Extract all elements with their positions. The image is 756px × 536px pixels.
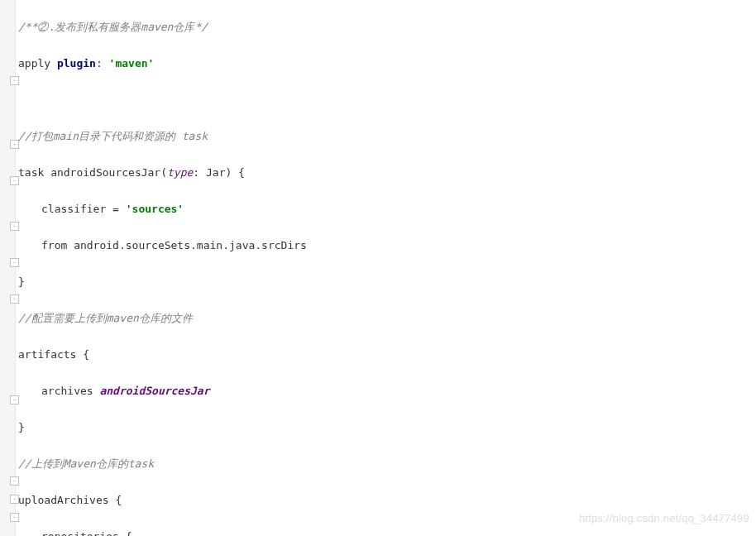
watermark: https://blog.csdn.net/qq_34477499 bbox=[579, 512, 749, 524]
code-keyword: plugin bbox=[57, 57, 96, 69]
code-text: uploadArchives { bbox=[18, 494, 122, 506]
code-text: archives bbox=[41, 385, 99, 397]
code-text: task androidSourcesJar( bbox=[18, 166, 167, 179]
code-param: type bbox=[167, 166, 193, 179]
code-text: : Jar) { bbox=[193, 166, 245, 179]
code-comment: /**②.发布到私有服务器maven仓库*/ bbox=[18, 21, 208, 33]
gutter: - - - - - - - - - - bbox=[0, 0, 16, 536]
code-text: repositories { bbox=[41, 530, 132, 536]
code-identifier: androidSourcesJar bbox=[99, 385, 209, 397]
code-string: 'sources' bbox=[126, 203, 184, 215]
code-string: 'maven' bbox=[109, 57, 155, 69]
code-text: } bbox=[18, 275, 25, 288]
code-text: from android.sourceSets.main.java.srcDir… bbox=[41, 239, 307, 251]
code-text: : bbox=[96, 57, 109, 69]
code-comment: //打包main目录下代码和资源的 task bbox=[18, 130, 208, 142]
code-text: classifier = bbox=[41, 203, 126, 215]
code-text: apply bbox=[18, 57, 57, 69]
code-text: artifacts { bbox=[18, 348, 89, 361]
code-comment: //上传到Maven仓库的task bbox=[18, 457, 154, 470]
code-comment: //配置需要上传到maven仓库的文件 bbox=[18, 312, 193, 324]
code-text: } bbox=[18, 421, 25, 433]
code-editor[interactable]: /**②.发布到私有服务器maven仓库*/ apply plugin: 'ma… bbox=[18, 0, 756, 536]
